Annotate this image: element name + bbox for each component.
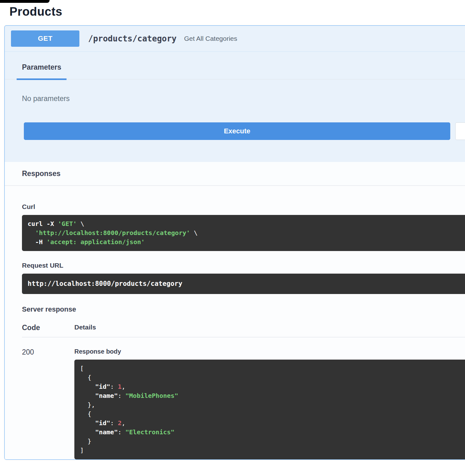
column-header-code: Code: [22, 324, 74, 332]
page-title: Products: [9, 5, 465, 19]
responses-heading: Responses: [5, 162, 465, 186]
execute-button[interactable]: Execute: [24, 122, 450, 140]
no-parameters-message: No parameters: [22, 94, 465, 103]
execute-button-row: Execute: [24, 122, 465, 162]
response-details-cell: Response body [ { "id": 1, "name": "Mobi…: [74, 348, 465, 459]
endpoint-path: /products/category: [88, 34, 177, 43]
endpoint-summary[interactable]: GET /products/category Get All Categorie…: [5, 26, 465, 52]
endpoint-block-get-products-category: GET /products/category Get All Categorie…: [4, 25, 465, 460]
server-response-table: Code Details 200 Response body [ { "id":…: [22, 324, 465, 459]
responses-inner: Curl curl -X 'GET' \ 'http://localhost:8…: [5, 186, 465, 459]
clear-button[interactable]: [455, 122, 465, 140]
response-body-block: [ { "id": 1, "name": "MobilePhones" }, {…: [74, 360, 465, 459]
parameters-section: No parameters: [5, 79, 465, 122]
request-url-label: Request URL: [22, 262, 465, 269]
server-response-row: 200 Response body [ { "id": 1, "name": "…: [22, 337, 465, 459]
tab-parameters-label: Parameters: [22, 63, 61, 71]
endpoint-summary-text: Get All Categories: [184, 35, 237, 42]
request-url-value: http://localhost:8000/products/category: [22, 274, 465, 294]
column-header-details: Details: [74, 324, 465, 332]
tab-parameters[interactable]: Parameters: [17, 52, 67, 79]
tab-header: Parameters: [5, 52, 465, 79]
curl-command-block[interactable]: curl -X 'GET' \ 'http://localhost:8000/p…: [22, 215, 465, 251]
server-response-table-header: Code Details: [22, 324, 465, 337]
server-response-heading: Server response: [22, 305, 465, 313]
curl-label: Curl: [22, 203, 465, 211]
cropped-element-top: [0, 0, 50, 3]
endpoint-body: Parameters No parameters Execute Respons…: [5, 52, 465, 459]
response-body-label: Response body: [74, 348, 465, 355]
active-tab-underline: [17, 78, 67, 80]
http-method-badge: GET: [11, 30, 79, 47]
response-status-code: 200: [22, 348, 74, 459]
